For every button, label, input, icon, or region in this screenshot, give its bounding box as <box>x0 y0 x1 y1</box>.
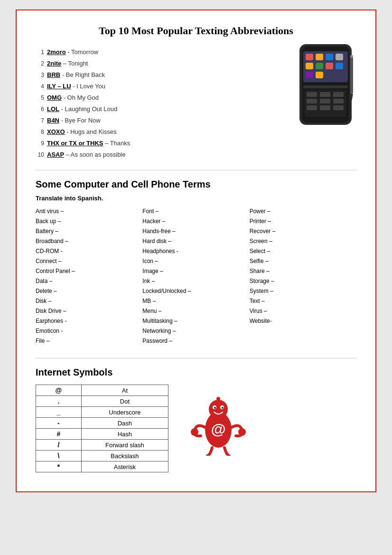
symbol-name-cell: Underscore <box>81 407 168 418</box>
list-content: THX or TX or THKS – Thanks <box>47 138 130 149</box>
symbol-cell: * <box>36 461 82 472</box>
term-item: Text – <box>250 296 352 306</box>
symbol-cell: - <box>36 418 82 429</box>
svg-text:@: @ <box>211 421 225 438</box>
svg-rect-3 <box>306 54 313 60</box>
list-item: 5OMG - Oh My God <box>36 92 130 103</box>
svg-rect-20 <box>333 99 344 103</box>
symbol-name-cell: Dash <box>81 418 168 429</box>
term-item: Data – <box>36 276 138 286</box>
term-item: MB – <box>142 296 244 306</box>
abbr-meaning: - I Love You <box>71 83 105 90</box>
symbols-container: @At.Dot_Underscore-Dash#Hash/Forward sla… <box>36 385 356 472</box>
symbol-name-cell: Dot <box>81 396 168 407</box>
term-item: Headphones - <box>142 246 244 256</box>
term-item: Locked/Unlocked – <box>142 286 244 296</box>
abbr-meaning: – As soon as possible <box>64 151 125 158</box>
svg-rect-4 <box>316 54 323 60</box>
abbr: XOXO <box>47 128 65 135</box>
abbr-meaning: - Bye For Now <box>59 117 101 124</box>
terms-col-1: Anti virus –Back up –Battery –Broadband … <box>36 207 142 346</box>
abbr: BRB <box>47 71 60 78</box>
svg-rect-9 <box>326 63 333 69</box>
term-item: Anti virus – <box>36 207 138 216</box>
svg-point-35 <box>238 428 246 436</box>
terms-col-2: Font –Hacker –Hands-free –Hard disk –Hea… <box>142 207 249 346</box>
list-num: 8 <box>36 127 44 137</box>
page-title: Top 10 Most Popular Texting Abbreviation… <box>36 25 356 37</box>
term-item: Font – <box>142 207 244 216</box>
list-num: 9 <box>36 138 44 149</box>
term-item: Disk Drive – <box>36 306 138 316</box>
svg-rect-12 <box>316 72 323 78</box>
list-num: 4 <box>36 81 44 92</box>
svg-rect-26 <box>350 55 353 58</box>
list-item: 8XOXO - Hugs and Kisses <box>36 126 130 138</box>
symbol-name-cell: At <box>81 385 168 396</box>
term-item: Hands-free – <box>142 226 244 236</box>
list-content: ASAP – As soon as possible <box>47 149 125 160</box>
list-num: 6 <box>36 104 44 114</box>
svg-rect-24 <box>350 56 353 94</box>
abbr: ILY – LU <box>47 83 71 90</box>
term-item: Back up – <box>36 216 138 226</box>
term-item: Battery – <box>36 226 138 236</box>
term-item: Control Panel – <box>36 266 138 276</box>
list-item: 7B4N - Bye For Now <box>36 115 130 126</box>
symbol-name-cell: Asterisk <box>81 461 168 472</box>
symbol-name-cell: Forward slash <box>81 440 168 451</box>
svg-rect-23 <box>333 105 344 110</box>
list-item: 22nite – Tonight <box>36 58 130 69</box>
list-item: 6LOL - Laughing Out Loud <box>36 103 130 115</box>
symbol-cell: _ <box>36 407 82 418</box>
symbol-cell: # <box>36 429 82 440</box>
abbr-meaning: - Oh My God <box>62 94 99 101</box>
svg-rect-18 <box>307 99 317 103</box>
term-item: Networking – <box>142 326 244 336</box>
term-item: Website- <box>250 316 352 326</box>
table-row: @At <box>36 385 168 396</box>
top10-list: 12moro - Tomorrow22nite – Tonight3BRB - … <box>36 47 130 160</box>
term-item: CD-ROM - <box>36 246 138 256</box>
term-item: Multitasking – <box>142 316 244 326</box>
list-num: 5 <box>36 93 44 103</box>
svg-rect-16 <box>320 92 330 97</box>
term-item: Disk – <box>36 296 138 306</box>
list-item: 12moro - Tomorrow <box>36 47 130 58</box>
abbr: 2nite <box>47 60 61 67</box>
term-item: Recover – <box>250 226 352 236</box>
term-item: Share – <box>250 266 352 276</box>
list-num: 7 <box>36 115 44 126</box>
abbr-meaning: - Hugs and Kisses <box>65 128 117 135</box>
term-item: System – <box>250 286 352 296</box>
abbr: ASAP <box>47 151 64 158</box>
term-item: Selfie – <box>250 256 352 266</box>
terms-grid: Anti virus –Back up –Battery –Broadband … <box>36 207 356 346</box>
svg-rect-17 <box>333 92 344 97</box>
table-row: #Hash <box>36 429 168 440</box>
term-item: Connect – <box>36 256 138 266</box>
term-item: Earphones - <box>36 316 138 326</box>
term-item: Screen – <box>250 236 352 246</box>
list-item: 10ASAP – As soon as possible <box>36 149 130 160</box>
svg-rect-8 <box>316 63 323 69</box>
svg-rect-7 <box>306 63 313 69</box>
section2-title: Some Computer and Cell Phone Terms <box>36 179 356 190</box>
translate-instruction: Translate into Spanish. <box>36 195 356 202</box>
term-item: File – <box>36 336 138 346</box>
term-item: Menu – <box>142 306 244 316</box>
list-num: 3 <box>36 70 44 80</box>
term-item: Hacker – <box>142 216 244 226</box>
term-item: Image – <box>142 266 244 276</box>
svg-point-34 <box>191 428 198 436</box>
list-num: 10 <box>36 150 44 160</box>
list-content: LOL - Laughing Out Loud <box>47 103 117 115</box>
abbr-meaning: - Laughing Out Loud <box>59 105 117 113</box>
svg-rect-22 <box>320 105 330 110</box>
symbol-cell: \ <box>36 451 82 461</box>
table-row: /Forward slash <box>36 440 168 451</box>
svg-point-32 <box>222 407 224 409</box>
svg-rect-21 <box>307 105 317 110</box>
symbol-name-cell: Hash <box>81 429 168 440</box>
abbr: LOL <box>47 105 59 113</box>
